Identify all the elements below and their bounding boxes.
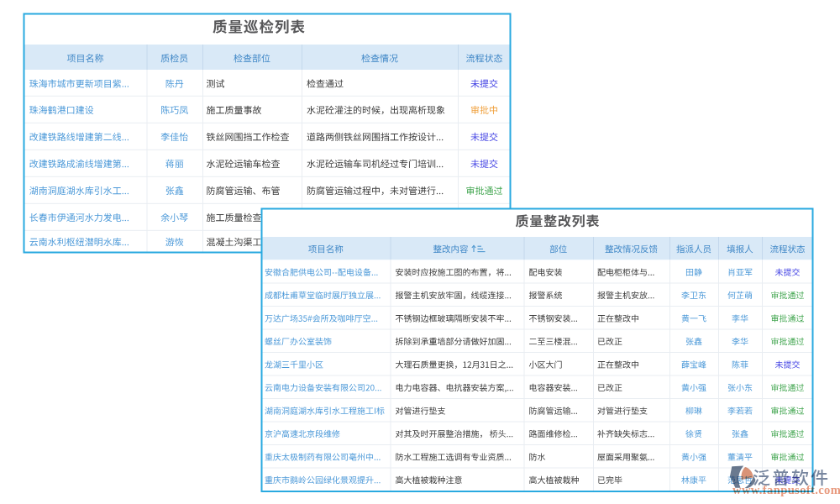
svg-text:www.fanpusoft.com: www.fanpusoft.com — [732, 483, 840, 496]
